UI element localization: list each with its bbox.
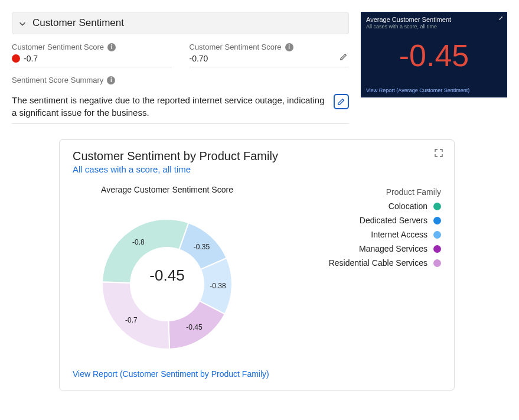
field-label: Customer Sentiment Score xyxy=(190,43,282,51)
legend-label: Managed Services xyxy=(359,244,427,253)
info-icon[interactable]: i xyxy=(285,43,293,51)
chart-caption: Average Customer Sentiment Score xyxy=(73,185,262,194)
legend-label: Internet Access xyxy=(371,230,427,239)
field-label: Sentiment Score Summary xyxy=(12,76,103,84)
legend-label: Dedicated Servers xyxy=(360,216,427,225)
legend-item[interactable]: Internet Access xyxy=(329,230,441,239)
chevron-down-icon xyxy=(18,18,27,28)
donut-segment-label: -0.45 xyxy=(186,323,203,331)
field-sentiment-score-2[interactable]: Customer Sentiment Score i -0.70 xyxy=(190,40,350,67)
legend-dot-icon xyxy=(433,259,441,267)
chart-view-report-link[interactable]: View Report (Customer Sentiment by Produ… xyxy=(73,369,269,379)
legend-item[interactable]: Managed Services xyxy=(329,244,441,253)
kpi-subtitle: All cases with a score, all time xyxy=(366,24,502,30)
summary-block: The sentiment is negative due to the rep… xyxy=(12,94,349,124)
kpi-value: -0.45 xyxy=(366,30,502,86)
donut-segment-label: -0.8 xyxy=(132,238,145,246)
legend-dot-icon xyxy=(433,217,441,224)
chart-legend: Product Family ColocationDedicated Serve… xyxy=(329,185,441,362)
field-sentiment-score-1: Customer Sentiment Score i -0.7 xyxy=(12,40,172,67)
field-value: -0.7 xyxy=(24,54,38,63)
info-icon[interactable]: i xyxy=(107,76,115,84)
kpi-title: Average Customer Sentiment xyxy=(366,16,502,23)
section-header[interactable]: Customer Sentiment xyxy=(12,12,349,34)
legend-dot-icon xyxy=(433,231,441,239)
info-icon[interactable]: i xyxy=(107,43,116,51)
legend-item[interactable]: Dedicated Servers xyxy=(329,216,441,225)
legend-label: Residential Cable Services xyxy=(329,258,427,268)
chart-center-value: -0.45 xyxy=(149,266,184,285)
status-dot-negative xyxy=(12,54,20,63)
donut-chart[interactable]: Average Customer Sentiment Score -0.8-0.… xyxy=(73,185,262,362)
field-value: -0.70 xyxy=(190,54,208,63)
legend-dot-icon xyxy=(433,245,441,253)
chart-card-sentiment-by-product-family: Customer Sentiment by Product Family All… xyxy=(59,139,455,390)
chart-subtitle-link[interactable]: All cases with a score, all time xyxy=(73,164,441,174)
legend-item[interactable]: Residential Cable Services xyxy=(329,258,441,268)
pencil-icon[interactable] xyxy=(340,53,348,63)
donut-segment-label: -0.7 xyxy=(125,316,138,324)
section-title: Customer Sentiment xyxy=(32,17,124,29)
chart-title: Customer Sentiment by Product Family xyxy=(73,149,441,163)
legend-item[interactable]: Colocation xyxy=(329,201,441,211)
legend-label: Colocation xyxy=(389,201,427,211)
field-label: Customer Sentiment Score xyxy=(12,43,104,51)
summary-text: The sentiment is negative due to the rep… xyxy=(12,94,325,119)
expand-icon[interactable]: ⤢ xyxy=(498,15,503,21)
donut-segment-label: -0.38 xyxy=(210,282,226,290)
kpi-view-report-link[interactable]: View Report (Average Customer Sentiment) xyxy=(366,87,502,93)
field-summary-label-row: Sentiment Score Summary i xyxy=(12,73,349,88)
kpi-card-average-sentiment[interactable]: ⤢ Average Customer Sentiment All cases w… xyxy=(361,12,507,97)
legend-dot-icon xyxy=(433,203,441,210)
legend-title: Product Family xyxy=(329,187,441,197)
expand-icon[interactable] xyxy=(434,148,443,160)
edit-summary-button[interactable] xyxy=(334,94,349,109)
donut-segment-label: -0.35 xyxy=(194,243,210,251)
